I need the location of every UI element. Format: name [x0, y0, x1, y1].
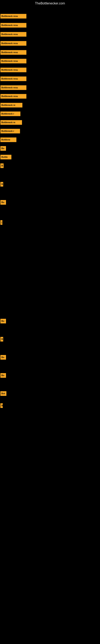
bottleneck-item-10[interactable]: Bottleneck resu — [0, 94, 26, 98]
bottleneck-item-26[interactable]: Bot — [0, 391, 6, 396]
bottleneck-item-16[interactable]: Bo — [0, 146, 6, 151]
bottleneck-item-11[interactable]: Bottleneck re — [0, 103, 22, 108]
bottleneck-item-20[interactable]: Bo — [0, 200, 6, 205]
bottleneck-item-5[interactable]: Bottleneck resu — [0, 50, 26, 55]
bottleneck-item-9[interactable]: Bottleneck resu — [0, 85, 26, 90]
bottleneck-item-6[interactable]: Bottleneck resu — [0, 59, 26, 64]
bottleneck-item-13[interactable]: Bottleneck re — [0, 120, 22, 125]
bottleneck-item-8[interactable]: Bottleneck resu — [0, 76, 26, 81]
bottleneck-item-18[interactable]: B — [0, 164, 3, 168]
bottleneck-item-1[interactable]: Bottleneck resu — [0, 14, 26, 18]
site-title: TheBottlenecker.com — [0, 0, 100, 7]
bottleneck-item-19[interactable]: B — [0, 182, 3, 186]
bottleneck-item-27[interactable]: B — [0, 403, 3, 408]
bottleneck-item-7[interactable]: Bottleneck resu — [0, 68, 26, 72]
bottleneck-item-22[interactable]: Bo — [0, 319, 6, 324]
bottleneck-item-4[interactable]: Bottleneck resu — [0, 41, 26, 46]
bottleneck-item-15[interactable]: Bottlene — [0, 138, 16, 142]
bottleneck-item-21[interactable]: | — [0, 220, 2, 225]
bottleneck-item-12[interactable]: Bottleneck r — [0, 112, 20, 116]
bottleneck-item-23[interactable]: B — [0, 337, 3, 342]
bottleneck-item-25[interactable]: Bo — [0, 373, 6, 378]
bottleneck-item-24[interactable]: Bo — [0, 355, 6, 360]
bottleneck-item-2[interactable]: Bottleneck resu — [0, 23, 26, 28]
bottleneck-item-3[interactable]: Bottleneck resu — [0, 32, 26, 37]
bottleneck-item-14[interactable]: Bottleneck r — [0, 129, 20, 134]
bottleneck-item-17[interactable]: Bottle — [0, 155, 11, 160]
